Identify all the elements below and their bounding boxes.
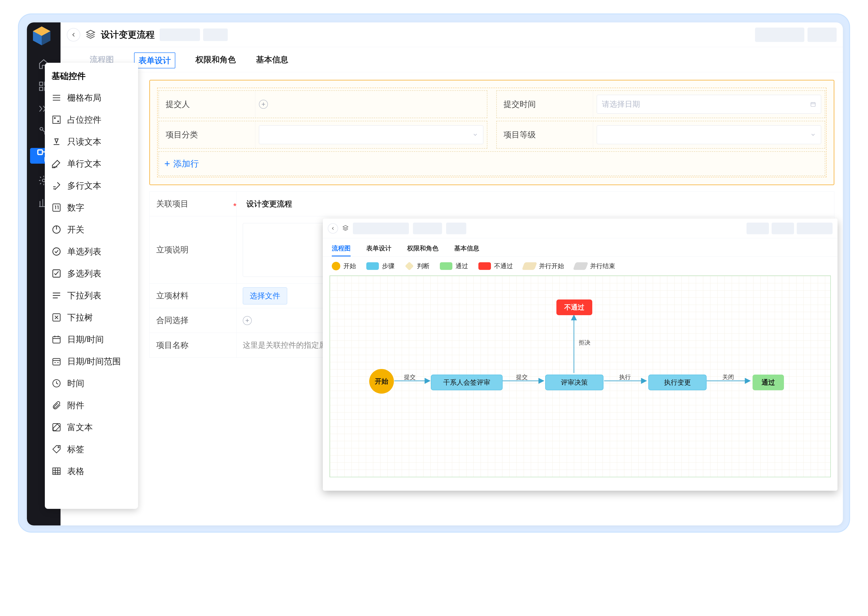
palette-checkbox[interactable]: 多选列表: [45, 262, 138, 284]
legend-fail-icon: [478, 262, 491, 270]
flow-legend: 开始 步骤 判断 通过 不通过 并行开始 并行结束: [323, 257, 838, 275]
legend-pstart-icon: [522, 262, 537, 270]
node-step3[interactable]: 执行变更: [648, 375, 707, 390]
palette-tag[interactable]: 标签: [45, 438, 138, 460]
palette-number[interactable]: 数字: [45, 196, 138, 218]
palette-table[interactable]: 表格: [45, 460, 138, 482]
palette-rich[interactable]: 富文本: [45, 416, 138, 438]
palette-multiline[interactable]: 多行文本: [45, 174, 138, 196]
palette-singleline[interactable]: 单行文本: [45, 152, 138, 174]
svg-rect-15: [53, 204, 60, 211]
node-start[interactable]: 开始: [369, 369, 394, 394]
svg-rect-3: [39, 82, 43, 85]
add-icon[interactable]: +: [243, 316, 252, 325]
add-icon[interactable]: +: [259, 100, 268, 109]
controls-palette: 基础控件 栅格布局 占位控件 只读文本 单行文本 多行文本 数字 开关 单选列表…: [45, 63, 138, 509]
palette-datetime[interactable]: 日期/时间: [45, 328, 138, 350]
header-pill-1: [160, 28, 200, 41]
row-label: 项目名称: [149, 333, 236, 358]
device-frame: 设计变更流程 流程图 表单设计 权限和角色 基本信息 基础控件 栅格布局 占位控…: [18, 13, 850, 533]
select-file-button[interactable]: 选择文件: [243, 288, 287, 305]
cell-submit-time: 提交时间 请选择日期: [496, 90, 825, 118]
page-title: 设计变更流程: [101, 28, 155, 41]
tab-roles[interactable]: 权限和角色: [195, 54, 236, 72]
flow-tab-info[interactable]: 基本信息: [454, 244, 479, 256]
select-level[interactable]: [597, 125, 821, 144]
flow-action-2[interactable]: [772, 223, 794, 234]
palette-label: 附件: [67, 400, 84, 411]
palette-label: 单行文本: [67, 158, 101, 170]
cell-category: 项目分类: [159, 121, 487, 149]
flow-action-3[interactable]: [797, 223, 833, 234]
checkbox-icon: [52, 269, 61, 278]
palette-label: 多行文本: [67, 180, 101, 192]
header-actions: [755, 28, 837, 42]
header-action-1[interactable]: [755, 28, 804, 42]
singleline-icon: [52, 159, 61, 168]
header-pills: [160, 28, 228, 41]
legend-label: 并行开始: [539, 262, 564, 270]
row-value: 设计变更流程: [246, 199, 292, 209]
flow-tab-roles[interactable]: 权限和角色: [407, 244, 439, 256]
svg-point-13: [54, 118, 55, 118]
tag-icon: [52, 444, 61, 454]
legend-step-icon: [366, 262, 379, 270]
readonly-icon: [52, 137, 61, 146]
palette-placeholder[interactable]: 占位控件: [45, 109, 138, 131]
palette-radio[interactable]: 单选列表: [45, 240, 138, 262]
palette-grid[interactable]: 栅格布局: [45, 87, 138, 109]
palette-tree[interactable]: 下拉树: [45, 306, 138, 328]
palette-readonly[interactable]: 只读文本: [45, 131, 138, 152]
legend-label: 通过: [456, 262, 468, 270]
placeholder-icon: [52, 115, 61, 125]
palette-dropdown[interactable]: 下拉列表: [45, 284, 138, 306]
legend-label: 步骤: [382, 262, 395, 270]
flow-header-pill-2: [413, 223, 442, 234]
palette-label: 开关: [67, 224, 84, 236]
workflow-icon: [85, 29, 96, 41]
palette-attach[interactable]: 附件: [45, 394, 138, 416]
time-icon: [52, 379, 61, 388]
add-row-button[interactable]: + 添加行: [159, 151, 825, 176]
flow-header-pill-3: [446, 223, 466, 234]
palette-time[interactable]: 时间: [45, 372, 138, 394]
back-button[interactable]: [67, 28, 80, 41]
palette-label: 下拉树: [67, 312, 93, 323]
palette-label: 富文本: [67, 422, 93, 433]
flow-tab-form[interactable]: 表单设计: [366, 244, 392, 256]
select-category[interactable]: [259, 125, 483, 144]
header-action-2[interactable]: [807, 28, 837, 42]
flow-header-pill-1: [353, 223, 409, 234]
palette-switch[interactable]: 开关: [45, 218, 138, 240]
tab-basic-info[interactable]: 基本信息: [256, 54, 288, 72]
tab-form-design[interactable]: 表单设计: [134, 52, 175, 68]
grid-icon: [52, 93, 61, 103]
node-step2[interactable]: 评审决策: [545, 375, 604, 390]
row-label: 关联项目: [149, 192, 236, 216]
palette-label: 栅格布局: [67, 92, 101, 104]
svg-rect-21: [53, 358, 60, 365]
add-row-label: 添加行: [173, 158, 199, 170]
cell-level: 项目等级: [496, 121, 825, 149]
row-label: 立项材料: [149, 284, 236, 308]
flow-action-1[interactable]: [747, 223, 769, 234]
palette-label: 日期/时间范围: [67, 356, 121, 367]
flow-canvas[interactable]: 开始 干系人会签评审 评审决策 执行变更 通过 不通过 提交 提交 执行 关闭 …: [330, 275, 831, 477]
node-step1[interactable]: 干系人会签评审: [431, 375, 503, 390]
back-button[interactable]: [328, 223, 338, 234]
plus-icon: +: [164, 159, 170, 168]
date-picker[interactable]: 请选择日期: [597, 95, 821, 114]
edge-label: 提交: [516, 373, 528, 381]
palette-label: 标签: [67, 444, 84, 455]
edge-label: 提交: [404, 373, 416, 381]
palette-title: 基础控件: [45, 69, 138, 87]
flow-tab-flowchart[interactable]: 流程图: [332, 244, 351, 256]
node-fail[interactable]: 不通过: [557, 300, 592, 315]
palette-label: 表格: [67, 465, 84, 477]
legend-label: 不通过: [494, 262, 513, 270]
table-icon: [52, 466, 61, 476]
palette-daterange[interactable]: 日期/时间范围: [45, 350, 138, 372]
legend-label: 判断: [417, 262, 429, 270]
app-window: 设计变更流程 流程图 表单设计 权限和角色 基本信息 基础控件 栅格布局 占位控…: [27, 22, 843, 525]
node-pass[interactable]: 通过: [753, 375, 784, 390]
